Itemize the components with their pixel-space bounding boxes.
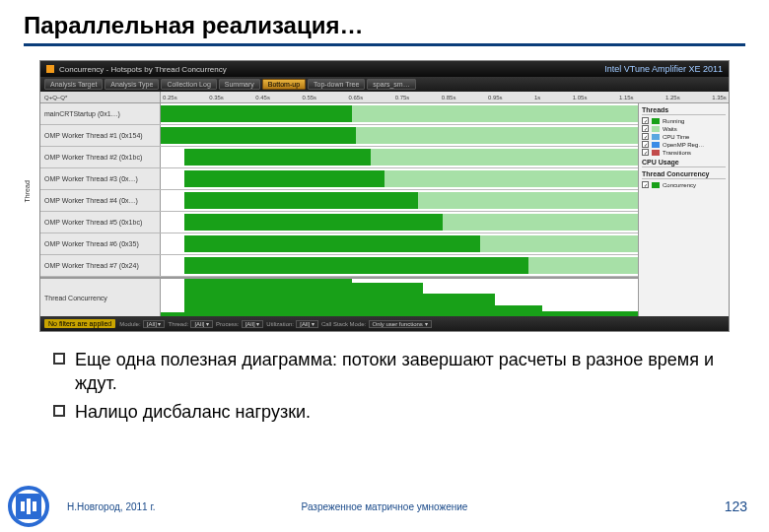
thread-row: OMP Worker Thread #7 (0x24) xyxy=(40,255,638,277)
thread-label: OMP Worker Thread #5 (0x1bc) xyxy=(40,212,161,233)
legend-item: ✓CPU Time xyxy=(642,133,726,140)
tab-bottom-up[interactable]: Bottom-up xyxy=(262,79,306,90)
color-swatch xyxy=(652,150,660,156)
legend-heading-conc: Thread Concurrency xyxy=(642,170,726,179)
thread-track xyxy=(161,125,638,146)
footer-center: Разреженное матричное умножение xyxy=(302,501,468,512)
color-swatch xyxy=(652,182,660,188)
checkbox-icon[interactable]: ✓ xyxy=(642,141,649,148)
legend-label: Transitions xyxy=(663,150,691,156)
bullet-item: Налицо дисбаланс нагрузки. xyxy=(53,400,716,424)
zoom-controls[interactable]: Q+Q−Q* xyxy=(40,92,161,102)
bullet-list: Еще одна полезная диаграмма: потоки заве… xyxy=(53,348,716,424)
filter-dropdown[interactable]: Process: [All] ▾ xyxy=(216,319,263,328)
thread-label: OMP Worker Thread #7 (0x24) xyxy=(40,255,161,276)
thread-label: OMP Worker Thread #1 (0x154) xyxy=(40,125,161,146)
thread-label: OMP Worker Thread #4 (0x…) xyxy=(40,190,161,211)
concurrency-label: Thread Concurrency xyxy=(40,279,161,316)
filter-dropdown[interactable]: Thread: [All] ▾ xyxy=(168,319,213,328)
legend-item: ✓Concurrency xyxy=(642,181,726,188)
tick-label: 0.75s xyxy=(395,95,410,100)
vtune-screenshot: Concurrency - Hotspots by Thread Concurr… xyxy=(39,60,730,332)
tab-analysis-target[interactable]: Analysis Target xyxy=(44,79,103,90)
concurrency-track xyxy=(161,279,638,316)
filter-dropdown[interactable]: Call Stack Mode: Only user functions ▾ xyxy=(321,319,432,328)
slide-footer: Н.Новгород, 2011 г. Разреженное матрично… xyxy=(0,488,769,525)
thread-row: mainCRTStartup (0x1…) xyxy=(40,103,638,125)
legend-item: ✓Waits xyxy=(642,125,726,132)
checkbox-icon[interactable]: ✓ xyxy=(642,181,649,188)
legend-label: Running xyxy=(663,118,684,124)
checkbox-icon[interactable]: ✓ xyxy=(642,117,649,124)
app-icon xyxy=(46,65,54,73)
thread-row: OMP Worker Thread #4 (0x…) xyxy=(40,190,638,212)
tick-label: 0.35s xyxy=(209,95,224,100)
tab-spars[interactable]: spars_sm… xyxy=(367,79,415,90)
legend-item: ✓OpenMP Reg… xyxy=(642,141,726,148)
time-ruler: Q+Q−Q* 0.25s0.35s0.45s0.55s0.65s0.75s0.8… xyxy=(40,92,729,103)
bullet-icon xyxy=(53,405,65,417)
legend-item: ✓Transitions xyxy=(642,149,726,156)
thread-track xyxy=(161,233,638,254)
vtune-tabs: Analysis Target Analysis Type Collection… xyxy=(40,77,729,92)
legend-panel: Threads ✓Running✓Waits✓CPU Time✓OpenMP R… xyxy=(638,103,729,316)
checkbox-icon[interactable]: ✓ xyxy=(642,133,649,140)
bullet-item: Еще одна полезная диаграмма: потоки заве… xyxy=(53,348,716,396)
color-swatch xyxy=(652,142,660,148)
thread-row: OMP Worker Thread #5 (0x1bc) xyxy=(40,212,638,233)
tab-top-down[interactable]: Top-down Tree xyxy=(308,79,365,90)
footer-left: Н.Новгород, 2011 г. xyxy=(67,501,156,512)
thread-track xyxy=(161,212,638,233)
legend-item: ✓Running xyxy=(642,117,726,124)
legend-heading-cpu: CPU Usage xyxy=(642,159,726,167)
thread-row: OMP Worker Thread #2 (0x1bc) xyxy=(40,147,638,168)
tick-label: 0.95s xyxy=(488,95,503,100)
legend-label: CPU Time xyxy=(663,134,689,140)
tick-label: 1.35s xyxy=(712,95,727,100)
thread-track xyxy=(161,103,638,124)
product-name: Intel VTune Amplifier XE 2011 xyxy=(604,64,723,74)
tick-label: 1.25s xyxy=(665,95,680,100)
color-swatch xyxy=(652,134,660,140)
checkbox-icon[interactable]: ✓ xyxy=(642,125,649,132)
thread-row: OMP Worker Thread #1 (0x154) xyxy=(40,125,638,147)
tick-label: 0.65s xyxy=(349,95,364,100)
bullet-text: Еще одна полезная диаграмма: потоки заве… xyxy=(75,348,716,396)
thread-label: OMP Worker Thread #6 (0x35) xyxy=(40,233,161,254)
filter-status: No filters are applied xyxy=(44,319,115,328)
page-number: 123 xyxy=(725,499,747,514)
concurrency-row: Thread Concurrency xyxy=(40,277,638,316)
thread-track xyxy=(161,168,638,189)
tab-collection-log[interactable]: Collection Log xyxy=(161,79,216,90)
legend-label: Concurrency xyxy=(663,182,696,188)
tick-label: 0.45s xyxy=(255,95,270,100)
tick-label: 1.15s xyxy=(619,95,634,100)
thread-label: mainCRTStartup (0x1…) xyxy=(40,103,161,124)
thread-row: OMP Worker Thread #6 (0x35) xyxy=(40,233,638,255)
window-title: Concurrency - Hotspots by Thread Concurr… xyxy=(59,65,227,74)
status-bar: No filters are applied Module: [All] ▾Th… xyxy=(40,316,729,331)
color-swatch xyxy=(652,118,660,124)
legend-label: Waits xyxy=(663,126,677,132)
tab-summary[interactable]: Summary xyxy=(219,79,260,90)
thread-label: OMP Worker Thread #3 (0x…) xyxy=(40,168,161,189)
tick-label: 1s xyxy=(534,95,540,100)
bullet-text: Налицо дисбаланс нагрузки. xyxy=(75,400,311,424)
legend-label: OpenMP Reg… xyxy=(663,142,704,148)
university-logo xyxy=(8,486,49,527)
tick-label: 0.55s xyxy=(302,95,316,100)
tab-analysis-type[interactable]: Analysis Type xyxy=(105,79,159,90)
thread-track xyxy=(161,147,638,167)
checkbox-icon[interactable]: ✓ xyxy=(642,149,649,156)
legend-heading-threads: Threads xyxy=(642,106,726,115)
thread-track xyxy=(161,190,638,211)
vtune-titlebar: Concurrency - Hotspots by Thread Concurr… xyxy=(40,61,729,77)
thread-chart: Thread mainCRTStartup (0x1…)OMP Worker T… xyxy=(40,103,638,316)
filter-dropdown[interactable]: Module: [All] ▾ xyxy=(119,319,165,328)
thread-row: OMP Worker Thread #3 (0x…) xyxy=(40,168,638,190)
tick-label: 1.05s xyxy=(573,95,588,100)
bullet-icon xyxy=(53,353,65,365)
thread-track xyxy=(161,255,638,276)
tick-label: 0.85s xyxy=(442,95,456,100)
filter-dropdown[interactable]: Utilization: [All] ▾ xyxy=(266,319,318,328)
